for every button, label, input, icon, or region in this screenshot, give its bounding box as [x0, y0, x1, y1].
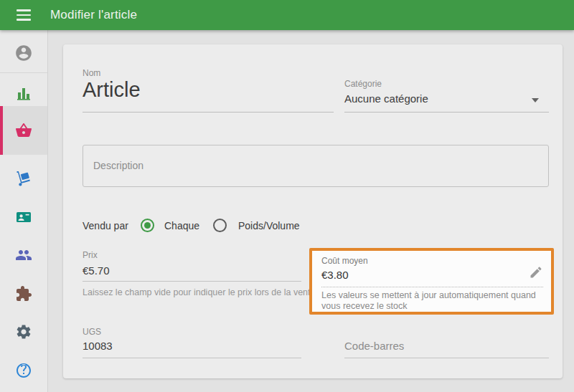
average-cost-value[interactable]: €3.80	[321, 269, 349, 281]
name-label: Nom	[83, 68, 100, 78]
sku-value[interactable]: 10083	[83, 340, 113, 352]
active-item-indicator	[0, 106, 3, 155]
radio-each[interactable]	[141, 219, 154, 232]
average-cost-underline	[321, 287, 543, 287]
average-cost-highlight-box[interactable]: Coût moyen €3.80 Les valeurs se mettent …	[309, 248, 554, 315]
description-placeholder: Description	[93, 160, 144, 171]
people-icon	[15, 247, 32, 264]
account-circle-icon	[14, 44, 33, 62]
hand-truck-icon	[15, 170, 32, 187]
sidebar-item-inventory[interactable]	[0, 161, 47, 196]
chevron-down-icon[interactable]	[532, 98, 539, 102]
sold-by-label: Vendu par	[83, 220, 128, 231]
category-underline	[344, 112, 549, 113]
category-label: Catégorie	[344, 79, 382, 89]
gear-icon	[15, 323, 32, 340]
radio-weight-volume-label[interactable]: Poids/Volume	[238, 220, 300, 231]
sidebar	[0, 30, 48, 392]
barcode-placeholder: Code-barres	[344, 340, 404, 352]
puzzle-icon	[15, 285, 32, 302]
radio-each-label[interactable]: Chaque	[164, 220, 199, 231]
average-cost-label: Coût moyen	[321, 256, 368, 266]
price-label: Prix	[83, 250, 98, 260]
app-header: Modifier l'article	[0, 0, 574, 30]
name-value[interactable]: Article	[83, 78, 141, 102]
sku-underline	[83, 358, 301, 358]
price-helper-text: Laissez le champ vide pour indiquer le p…	[83, 287, 315, 297]
name-underline	[83, 112, 334, 113]
sidebar-item-settings[interactable]	[0, 315, 47, 349]
main-content: Nom Article Catégorie Aucune catégorie D…	[49, 30, 574, 392]
sidebar-item-employees[interactable]	[0, 200, 47, 234]
shopping-basket-icon	[15, 122, 32, 139]
sidebar-divider	[0, 72, 47, 73]
bar-chart-icon	[15, 85, 32, 102]
sidebar-item-integrations[interactable]	[0, 277, 47, 311]
menu-icon[interactable]	[17, 9, 31, 21]
sku-label: UGS	[83, 327, 101, 337]
category-value[interactable]: Aucune catégorie	[344, 92, 428, 105]
page-title: Modifier l'article	[50, 0, 137, 30]
price-value[interactable]: €5.70	[83, 264, 110, 277]
sidebar-item-customers[interactable]	[0, 238, 47, 272]
edit-pencil-icon[interactable]	[529, 265, 543, 279]
sidebar-item-items[interactable]	[0, 106, 47, 155]
sidebar-item-account[interactable]	[0, 36, 47, 72]
contact-card-icon	[15, 209, 32, 226]
radio-weight-volume[interactable]	[213, 219, 227, 232]
help-icon	[15, 362, 32, 379]
sidebar-item-help[interactable]	[0, 353, 47, 388]
average-cost-helper-text: Les valeurs se mettent à jour automatiqu…	[321, 290, 542, 312]
description-input[interactable]: Description	[83, 145, 549, 187]
price-underline	[83, 281, 301, 282]
barcode-underline	[344, 358, 549, 358]
item-form-card: Nom Article Catégorie Aucune catégorie D…	[63, 44, 563, 378]
